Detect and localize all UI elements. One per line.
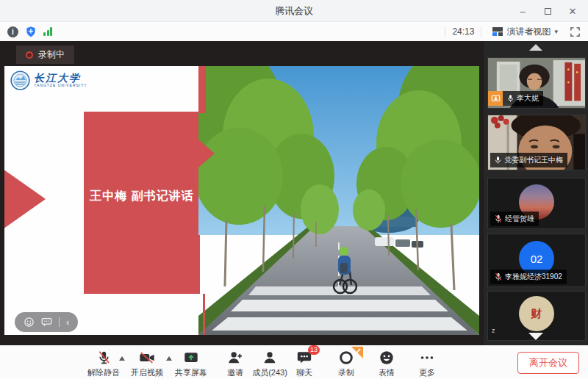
recording-label: 录制中 (38, 48, 65, 61)
svg-text:›: › (469, 260, 473, 272)
university-logo: 长江大学 YANGTZE UNIVERSITY (10, 71, 87, 90)
mic-muted-icon (495, 272, 502, 281)
leave-meeting-button[interactable]: 离开会议 (517, 352, 579, 374)
presentation-slide: 长江大学 YANGTZE UNIVERSITY 王中梅 副书记讲话 (4, 66, 479, 335)
slide-title-box: 王中梅 副书记讲话 (84, 112, 200, 294)
layout-view-icon (492, 27, 503, 36)
logo-cn-text: 长江大学 (34, 73, 87, 83)
minimize-button[interactable]: – (513, 1, 532, 21)
close-button[interactable]: ✕ (563, 1, 582, 21)
participant-name-row: 李大妮 (488, 91, 543, 106)
divider (445, 26, 445, 37)
participant-tile[interactable]: 李大妮 (487, 57, 586, 109)
view-mode-selector[interactable]: 演讲者视图 ▾ (492, 26, 558, 38)
network-signal-icon[interactable] (43, 27, 52, 36)
maximize-button[interactable] (538, 1, 557, 21)
invite-label: 邀请 (227, 367, 243, 378)
scroll-up-arrow[interactable] (529, 44, 542, 51)
mic-on-icon (507, 94, 514, 103)
meeting-info-icon[interactable]: i (7, 26, 18, 37)
camera-off-icon (138, 349, 156, 367)
chevron-down-icon: ▾ (554, 28, 558, 35)
screen-sharing-badge-icon (488, 91, 503, 106)
slide-photo-road-scene: › (198, 66, 479, 335)
title-bar: 腾讯会议 – ✕ (0, 0, 588, 22)
record-label: 录制 (338, 367, 354, 378)
status-bar: i 24:13 演讲者视图 ▾ (0, 22, 588, 41)
slide-heading: 王中梅 副书记讲话 (90, 189, 193, 217)
share-screen-label: 共享屏幕 (175, 367, 207, 378)
record-icon (338, 349, 354, 367)
microphone-muted-icon (96, 349, 112, 367)
more-button[interactable]: 更多 (399, 349, 455, 378)
window-title: 腾讯会议 (0, 0, 588, 22)
start-video-label: 开启视频 (131, 367, 163, 378)
participant-name-row: 党委副书记王中梅 (490, 153, 567, 167)
share-screen-icon (183, 349, 199, 367)
slide-red-line-decoration (203, 294, 205, 335)
chat-quick-icon[interactable] (41, 317, 52, 328)
emoji-smiley-icon (379, 349, 395, 367)
mic-muted-icon (495, 214, 502, 223)
slide-red-notch-decoration (198, 140, 215, 167)
meeting-timer: 24:13 (452, 26, 474, 37)
slide-red-strip-decoration (198, 66, 206, 113)
members-icon (262, 349, 278, 367)
slide-arrow-decoration (4, 169, 46, 229)
emoji-label: 表情 (379, 367, 395, 378)
emoji-quick-icon[interactable] (24, 317, 35, 328)
participant-tile[interactable]: 02 李雅妮经济31902 (487, 234, 586, 287)
window-controls: – ✕ (513, 0, 582, 22)
status-right: 24:13 演讲者视图 ▾ (438, 26, 581, 38)
participant-name: 经管贺雄 (505, 214, 534, 224)
shared-screen-stage: 录制中 长江大学 YANGTZE UNIVERSITY 王中梅 副书记讲话 (0, 41, 484, 345)
divider (59, 317, 60, 327)
more-label: 更多 (419, 367, 435, 378)
tencent-meeting-window: 腾讯会议 – ✕ i 24:13 演讲者视图 ▾ (0, 0, 588, 379)
fullscreen-button[interactable] (570, 26, 581, 37)
participants-sidebar: 李大妮 党委副书记王中梅 (484, 41, 588, 345)
participant-name: 李雅妮经济31902 (505, 272, 562, 282)
divider (481, 26, 481, 37)
participant-tile[interactable]: 经管贺雄 (487, 178, 586, 229)
participant-name: 党委副书记王中梅 (504, 155, 563, 165)
participant-name: 李大妮 (517, 93, 539, 104)
quick-reaction-pill: ‹ (15, 312, 78, 332)
participant-name-row: 李雅妮经济31902 (490, 270, 567, 284)
unmute-label: 解除静音 (87, 367, 120, 378)
university-emblem-icon (10, 71, 30, 90)
view-mode-label: 演讲者视图 (506, 26, 551, 38)
collapse-pill-button[interactable]: ‹ (66, 317, 69, 327)
invite-person-icon (227, 349, 243, 367)
chat-icon: 13 (296, 349, 312, 367)
participant-name-row: 经管贺雄 (490, 212, 539, 226)
meeting-toolbar: 解除静音 开启视频 共享屏幕 邀请 成员(243) (0, 345, 588, 379)
maximize-icon (545, 8, 551, 15)
recording-indicator[interactable]: 录制中 (16, 46, 74, 64)
mic-on-icon (495, 156, 501, 165)
logo-en-text: YANGTZE UNIVERSITY (34, 83, 87, 88)
scroll-down-arrow[interactable] (528, 333, 543, 340)
status-icons: i (7, 26, 52, 37)
participant-tile[interactable]: 党委副书记王中梅 (487, 115, 586, 170)
chat-label: 聊天 (296, 367, 312, 378)
participant-avatar: 财 (519, 296, 554, 331)
more-dots-icon (419, 349, 435, 367)
participant-corner-label: z (492, 327, 495, 334)
recording-dot-icon (26, 51, 33, 59)
security-shield-icon[interactable] (25, 26, 37, 37)
